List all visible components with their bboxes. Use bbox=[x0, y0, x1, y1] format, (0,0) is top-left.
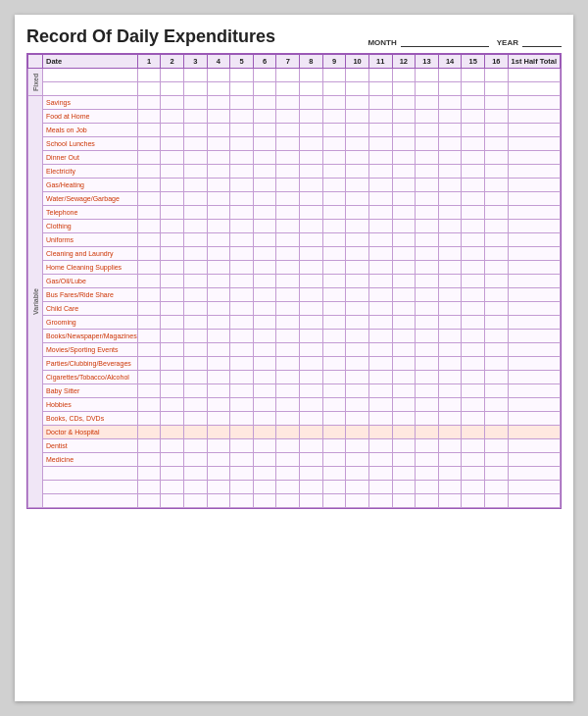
data-cell[interactable] bbox=[462, 398, 485, 412]
data-cell[interactable] bbox=[346, 124, 369, 137]
data-cell[interactable] bbox=[346, 247, 369, 261]
data-cell[interactable] bbox=[438, 426, 462, 439]
data-cell[interactable] bbox=[322, 426, 346, 439]
data-cell[interactable] bbox=[207, 302, 230, 316]
data-cell[interactable] bbox=[276, 165, 300, 179]
data-cell[interactable] bbox=[161, 439, 184, 453]
data-cell[interactable] bbox=[253, 137, 276, 151]
total-cell[interactable] bbox=[508, 165, 560, 179]
data-cell[interactable] bbox=[183, 426, 207, 439]
data-cell[interactable] bbox=[416, 165, 439, 179]
data-cell[interactable] bbox=[462, 330, 485, 343]
data-cell[interactable] bbox=[322, 494, 346, 508]
data-cell[interactable] bbox=[253, 371, 276, 384]
data-cell[interactable] bbox=[485, 82, 509, 96]
data-cell[interactable] bbox=[462, 316, 485, 330]
data-cell[interactable] bbox=[392, 439, 416, 453]
data-cell[interactable] bbox=[416, 288, 439, 302]
data-cell[interactable] bbox=[416, 412, 439, 426]
data-cell[interactable] bbox=[438, 398, 462, 412]
data-cell[interactable] bbox=[300, 137, 323, 151]
data-cell[interactable] bbox=[230, 151, 254, 165]
data-cell[interactable] bbox=[183, 96, 207, 110]
data-cell[interactable] bbox=[346, 179, 369, 192]
data-cell[interactable] bbox=[137, 426, 161, 439]
total-cell[interactable] bbox=[508, 439, 560, 453]
data-cell[interactable] bbox=[485, 288, 509, 302]
data-cell[interactable] bbox=[346, 206, 369, 220]
data-cell[interactable] bbox=[207, 494, 230, 508]
data-cell[interactable] bbox=[183, 481, 207, 494]
data-cell[interactable] bbox=[161, 316, 184, 330]
data-cell[interactable] bbox=[161, 110, 184, 124]
data-cell[interactable] bbox=[183, 371, 207, 384]
data-cell[interactable] bbox=[322, 302, 346, 316]
data-cell[interactable] bbox=[253, 384, 276, 398]
data-cell[interactable] bbox=[346, 261, 369, 275]
total-cell[interactable] bbox=[508, 247, 560, 261]
data-cell[interactable] bbox=[230, 247, 254, 261]
data-cell[interactable] bbox=[346, 412, 369, 426]
data-cell[interactable] bbox=[368, 261, 392, 275]
data-cell[interactable] bbox=[207, 288, 230, 302]
data-cell[interactable] bbox=[207, 481, 230, 494]
data-cell[interactable] bbox=[137, 110, 161, 124]
data-cell[interactable] bbox=[346, 233, 369, 247]
data-cell[interactable] bbox=[183, 110, 207, 124]
data-cell[interactable] bbox=[438, 247, 462, 261]
data-cell[interactable] bbox=[137, 384, 161, 398]
data-cell[interactable] bbox=[183, 179, 207, 192]
data-cell[interactable] bbox=[207, 357, 230, 371]
data-cell[interactable] bbox=[322, 481, 346, 494]
data-cell[interactable] bbox=[416, 398, 439, 412]
data-cell[interactable] bbox=[137, 220, 161, 233]
data-cell[interactable] bbox=[276, 261, 300, 275]
data-cell[interactable] bbox=[392, 494, 416, 508]
data-cell[interactable] bbox=[392, 371, 416, 384]
data-cell[interactable] bbox=[183, 220, 207, 233]
data-cell[interactable] bbox=[230, 288, 254, 302]
data-cell[interactable] bbox=[230, 467, 254, 481]
data-cell[interactable] bbox=[462, 384, 485, 398]
data-cell[interactable] bbox=[230, 275, 254, 288]
data-cell[interactable] bbox=[276, 426, 300, 439]
data-cell[interactable] bbox=[230, 412, 254, 426]
data-cell[interactable] bbox=[462, 261, 485, 275]
data-cell[interactable] bbox=[300, 275, 323, 288]
data-cell[interactable] bbox=[183, 343, 207, 357]
data-cell[interactable] bbox=[253, 275, 276, 288]
total-cell[interactable] bbox=[508, 343, 560, 357]
data-cell[interactable] bbox=[462, 233, 485, 247]
total-cell[interactable] bbox=[508, 330, 560, 343]
data-cell[interactable] bbox=[137, 165, 161, 179]
data-cell[interactable] bbox=[416, 439, 439, 453]
data-cell[interactable] bbox=[300, 343, 323, 357]
total-cell[interactable] bbox=[508, 371, 560, 384]
data-cell[interactable] bbox=[392, 247, 416, 261]
data-cell[interactable] bbox=[392, 467, 416, 481]
data-cell[interactable] bbox=[346, 343, 369, 357]
data-cell[interactable] bbox=[276, 82, 300, 96]
data-cell[interactable] bbox=[276, 192, 300, 206]
data-cell[interactable] bbox=[230, 110, 254, 124]
data-cell[interactable] bbox=[276, 220, 300, 233]
data-cell[interactable] bbox=[392, 288, 416, 302]
data-cell[interactable] bbox=[230, 316, 254, 330]
data-cell[interactable] bbox=[346, 165, 369, 179]
data-cell[interactable] bbox=[462, 220, 485, 233]
data-cell[interactable] bbox=[300, 398, 323, 412]
data-cell[interactable] bbox=[322, 82, 346, 96]
data-cell[interactable] bbox=[300, 247, 323, 261]
data-cell[interactable] bbox=[462, 137, 485, 151]
data-cell[interactable] bbox=[253, 343, 276, 357]
data-cell[interactable] bbox=[207, 398, 230, 412]
data-cell[interactable] bbox=[368, 247, 392, 261]
data-cell[interactable] bbox=[368, 371, 392, 384]
data-cell[interactable] bbox=[300, 384, 323, 398]
data-cell[interactable] bbox=[137, 206, 161, 220]
data-cell[interactable] bbox=[462, 467, 485, 481]
data-cell[interactable] bbox=[392, 192, 416, 206]
data-cell[interactable] bbox=[462, 82, 485, 96]
data-cell[interactable] bbox=[183, 398, 207, 412]
data-cell[interactable] bbox=[485, 426, 509, 439]
